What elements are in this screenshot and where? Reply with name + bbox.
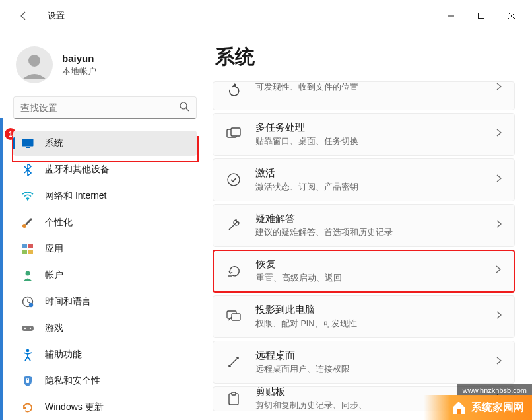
svg-point-2 xyxy=(28,55,40,67)
check-icon xyxy=(225,171,242,188)
card-sub: 贴靠窗口、桌面、任务切换 xyxy=(255,136,496,147)
sidebar-item-label: 帐户 xyxy=(45,269,63,281)
maximize-icon xyxy=(478,13,484,19)
card-remote[interactable]: 远程桌面远程桌面用户、连接权限 xyxy=(213,341,515,384)
display-icon xyxy=(21,137,34,150)
card-recovery[interactable]: 恢复重置、高级启动、返回 xyxy=(213,250,515,293)
sidebar-item-label: 应用 xyxy=(45,243,63,255)
sidebar-item-update[interactable]: Windows 更新 xyxy=(13,395,197,420)
sidebar-item-time[interactable]: 时间和语言 xyxy=(13,289,197,314)
card-sub: 激活状态、订阅、产品密钥 xyxy=(255,182,496,193)
svg-point-19 xyxy=(26,349,30,353)
brand-overlay: 系统家园网 xyxy=(424,395,532,420)
settings-list: 就近共享可发现性、收到文件的位置 多任务处理贴靠窗口、桌面、任务切换 激活激活状… xyxy=(213,81,515,411)
search-icon xyxy=(179,101,189,114)
chevron-right-icon xyxy=(496,174,502,186)
minimize-icon xyxy=(448,13,454,19)
bluetooth-icon xyxy=(21,163,34,176)
card-title: 多任务处理 xyxy=(255,122,496,134)
user-name: baiyun xyxy=(62,53,96,64)
person-icon xyxy=(21,269,34,282)
clock-icon xyxy=(21,295,34,308)
svg-rect-25 xyxy=(232,314,240,320)
sidebar-nav: 1 系统 蓝牙和其他设备 网络和 Internet 个性化 应用 帐户 时间和语… xyxy=(13,131,205,420)
main-content: 系统 2 就近共享可发现性、收到文件的位置 多任务处理贴靠窗口、桌面、任务切换 … xyxy=(205,32,532,420)
chevron-right-icon xyxy=(496,128,502,140)
sidebar-item-label: 系统 xyxy=(45,137,63,149)
card-sub: 权限、配对 PIN、可发现性 xyxy=(255,318,496,330)
update-icon xyxy=(21,401,34,414)
clipboard-icon xyxy=(225,390,242,407)
sidebar-item-bluetooth[interactable]: 蓝牙和其他设备 xyxy=(13,157,197,182)
svg-point-13 xyxy=(26,271,30,276)
chevron-right-icon xyxy=(496,219,502,231)
sidebar: baiyun 本地帐户 1 系统 蓝牙和其他设备 网络和 Internet 个性… xyxy=(0,32,205,420)
chevron-right-icon xyxy=(496,82,502,94)
search-box[interactable] xyxy=(13,96,197,119)
sidebar-item-label: 蓝牙和其他设备 xyxy=(45,164,110,176)
close-button[interactable] xyxy=(496,5,527,26)
accessibility-icon xyxy=(21,348,34,361)
sidebar-item-network[interactable]: 网络和 Internet xyxy=(13,184,197,209)
svg-point-3 xyxy=(180,102,187,109)
cast-icon xyxy=(225,308,242,325)
card-troubleshoot[interactable]: 疑难解答建议的疑难解答、首选项和历史记录 xyxy=(213,204,515,247)
svg-point-7 xyxy=(27,199,28,200)
svg-rect-5 xyxy=(22,139,34,147)
sidebar-item-system[interactable]: 系统 xyxy=(13,131,197,156)
sidebar-item-accessibility[interactable]: 辅助功能 xyxy=(13,342,197,367)
svg-rect-11 xyxy=(22,250,27,254)
card-sharing[interactable]: 就近共享可发现性、收到文件的位置 xyxy=(213,81,515,110)
svg-rect-10 xyxy=(28,244,33,248)
window-controls xyxy=(436,5,527,26)
page-title: 系统 xyxy=(215,44,515,71)
back-button[interactable] xyxy=(11,3,37,29)
minimize-button[interactable] xyxy=(436,5,466,26)
sidebar-item-apps[interactable]: 应用 xyxy=(13,236,197,262)
svg-rect-20 xyxy=(26,380,29,383)
svg-rect-12 xyxy=(28,250,33,254)
chevron-right-icon xyxy=(495,265,502,277)
brand-text: 系统家园网 xyxy=(471,401,524,415)
card-sub: 远程桌面用户、连接权限 xyxy=(255,364,496,375)
user-block[interactable]: baiyun 本地帐户 xyxy=(13,37,205,96)
maximize-button[interactable] xyxy=(466,5,496,26)
svg-point-8 xyxy=(22,224,26,228)
svg-point-23 xyxy=(228,174,240,186)
sidebar-item-personalization[interactable]: 个性化 xyxy=(13,210,197,235)
svg-point-18 xyxy=(30,328,31,329)
wrench-icon xyxy=(225,217,242,234)
sidebar-item-gaming[interactable]: 游戏 xyxy=(13,316,197,341)
svg-rect-1 xyxy=(479,13,484,19)
sidebar-item-accounts[interactable]: 帐户 xyxy=(13,263,197,288)
card-sub: 建议的疑难解答、首选项和历史记录 xyxy=(255,227,496,238)
app-title: 设置 xyxy=(48,10,65,22)
card-sub: 可发现性、收到文件的位置 xyxy=(255,82,496,93)
card-multitask[interactable]: 多任务处理贴靠窗口、桌面、任务切换 xyxy=(213,113,515,156)
svg-point-15 xyxy=(29,303,33,307)
titlebar: 设置 xyxy=(0,0,532,32)
chevron-right-icon xyxy=(496,356,502,368)
gamepad-icon xyxy=(21,322,34,335)
svg-rect-27 xyxy=(232,392,236,395)
brush-icon xyxy=(21,216,34,229)
card-title: 激活 xyxy=(255,167,496,180)
card-sub: 重置、高级启动、返回 xyxy=(256,273,495,284)
card-project[interactable]: 投影到此电脑权限、配对 PIN、可发现性 xyxy=(213,295,515,338)
chevron-right-icon xyxy=(496,310,502,322)
sidebar-item-label: 网络和 Internet xyxy=(45,190,106,202)
sidebar-item-label: 个性化 xyxy=(45,217,73,228)
house-icon xyxy=(450,399,467,416)
apps-icon xyxy=(21,242,34,256)
card-title: 疑难解答 xyxy=(255,213,496,225)
avatar xyxy=(16,46,53,83)
card-activation[interactable]: 激活激活状态、订阅、产品密钥 xyxy=(213,158,515,201)
search-input[interactable] xyxy=(20,102,179,113)
multitask-icon xyxy=(225,125,242,143)
card-title: 恢复 xyxy=(256,258,495,271)
card-title: 投影到此电脑 xyxy=(255,304,496,316)
svg-rect-6 xyxy=(26,147,30,148)
svg-rect-16 xyxy=(22,326,34,331)
svg-line-4 xyxy=(186,108,189,111)
sidebar-item-privacy[interactable]: 隐私和安全性 xyxy=(13,368,197,394)
